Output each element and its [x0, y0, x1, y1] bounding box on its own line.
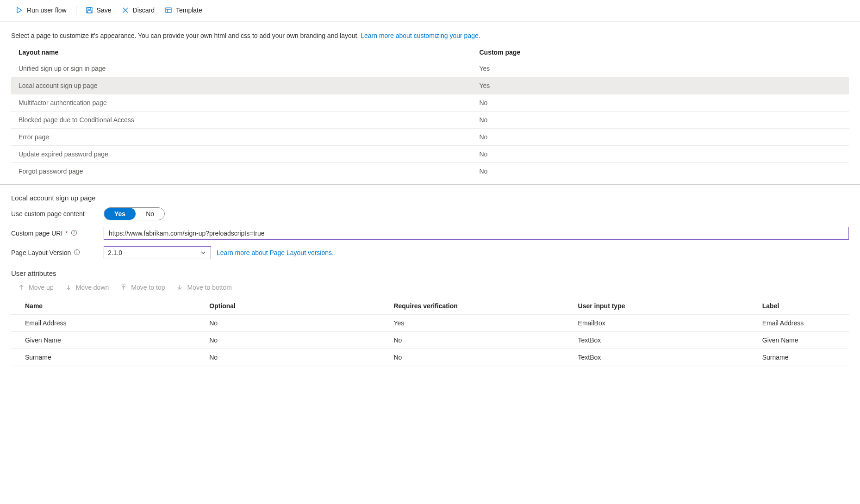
layout-name-cell: Blocked page due to Conditional Access [11, 112, 472, 129]
page-description: Select a page to customize it's appearan… [0, 22, 860, 45]
layout-name-cell: Forgot password page [11, 163, 472, 180]
use-custom-row: Use custom page content Yes No [11, 207, 849, 220]
attr-verify-cell: No [380, 349, 564, 366]
discard-label: Discard [133, 6, 155, 14]
run-label: Run user flow [27, 6, 67, 14]
info-icon[interactable] [71, 230, 78, 237]
run-user-flow-button[interactable]: Run user flow [11, 4, 71, 17]
toggle-no[interactable]: No [136, 208, 164, 220]
layout-custom-cell: No [472, 163, 849, 180]
attr-optional-cell: No [195, 349, 380, 366]
custom-uri-label: Custom page URI * [11, 230, 98, 237]
attribute-row[interactable]: Email AddressNoYesEmailBoxEmail Address [11, 315, 849, 332]
required-asterisk: * [65, 230, 68, 237]
custom-uri-input[interactable] [104, 227, 849, 240]
layout-custom-cell: No [472, 146, 849, 163]
layout-row[interactable]: Local account sign up pageYes [11, 77, 849, 94]
svg-rect-3 [87, 11, 91, 13]
col-attr-optional: Optional [195, 298, 380, 315]
detail-title: Local account sign up page [11, 194, 849, 202]
attr-name-cell: Email Address [11, 315, 195, 332]
layout-custom-cell: No [472, 129, 849, 146]
layout-custom-cell: No [472, 94, 849, 112]
template-button[interactable]: Template [160, 4, 207, 17]
move-down-label: Move down [76, 284, 109, 291]
use-custom-toggle[interactable]: Yes No [104, 207, 165, 220]
info-icon[interactable] [74, 249, 81, 256]
attr-optional-cell: No [195, 315, 380, 332]
layout-name-cell: Error page [11, 129, 472, 146]
arrow-down-icon [65, 284, 72, 291]
move-toolbar: Move up Move down Move to top Move to bo… [11, 281, 849, 294]
attr-label-cell: Given Name [748, 332, 849, 349]
move-to-bottom-button[interactable]: Move to bottom [171, 281, 237, 294]
svg-point-11 [74, 231, 74, 232]
attr-name-cell: Given Name [11, 332, 195, 349]
layout-row[interactable]: Forgot password pageNo [11, 163, 849, 180]
svg-point-14 [77, 251, 77, 251]
move-up-button[interactable]: Move up [13, 281, 58, 294]
attribute-row[interactable]: SurnameNoNoTextBoxSurname [11, 349, 849, 366]
layout-custom-cell: No [472, 112, 849, 129]
description-text: Select a page to customize it's appearan… [11, 32, 361, 39]
arrow-top-icon [120, 284, 127, 291]
move-to-top-button[interactable]: Move to top [115, 281, 169, 294]
attr-verify-cell: No [380, 332, 564, 349]
discard-icon [122, 6, 129, 14]
layout-name-cell: Unified sign up or sign in page [11, 60, 472, 77]
chevron-down-icon [199, 249, 207, 256]
move-up-label: Move up [29, 284, 54, 291]
layouts-table: Layout name Custom page Unified sign up … [11, 45, 849, 180]
layout-row[interactable]: Error pageNo [11, 129, 849, 146]
attr-input-cell: TextBox [564, 332, 748, 349]
attr-label-cell: Email Address [748, 315, 849, 332]
use-custom-label: Use custom page content [11, 210, 98, 218]
col-attr-name: Name [11, 298, 195, 315]
save-icon [86, 6, 93, 14]
uri-label-text: Custom page URI [11, 230, 62, 237]
toggle-yes[interactable]: Yes [104, 208, 136, 220]
discard-button[interactable]: Discard [117, 4, 159, 17]
version-label-text: Page Layout Version [11, 249, 71, 256]
version-row: Page Layout Version 2.1.0 Learn more abo… [11, 246, 849, 259]
attr-label-cell: Surname [748, 349, 849, 366]
layout-name-cell: Local account sign up page [11, 77, 472, 94]
layout-row[interactable]: Blocked page due to Conditional AccessNo [11, 112, 849, 129]
layout-name-cell: Multifactor authentication page [11, 94, 472, 112]
version-label: Page Layout Version [11, 249, 98, 256]
svg-rect-2 [88, 7, 91, 9]
layout-name-cell: Update expired password page [11, 146, 472, 163]
save-label: Save [97, 6, 112, 14]
layout-row[interactable]: Update expired password pageNo [11, 146, 849, 163]
col-custom-page: Custom page [472, 45, 849, 60]
layout-custom-cell: Yes [472, 60, 849, 77]
command-bar: Run user flow Save Discard Template [0, 0, 860, 22]
layout-row[interactable]: Multifactor authentication pageNo [11, 94, 849, 112]
arrow-up-icon [18, 284, 25, 291]
svg-rect-6 [166, 8, 171, 12]
user-attributes-title: User attributes [11, 269, 849, 277]
arrow-bottom-icon [176, 284, 183, 291]
version-learn-more-link[interactable]: Learn more about Page Layout versions. [217, 249, 334, 256]
move-down-button[interactable]: Move down [60, 281, 114, 294]
separator [76, 6, 76, 15]
move-bottom-label: Move to bottom [187, 284, 232, 291]
col-attr-verify: Requires verification [380, 298, 564, 315]
attr-verify-cell: Yes [380, 315, 564, 332]
col-attr-label: Label [748, 298, 849, 315]
version-value: 2.1.0 [108, 249, 122, 256]
move-top-label: Move to top [131, 284, 165, 291]
col-attr-input: User input type [564, 298, 748, 315]
template-label: Template [176, 6, 202, 14]
layout-row[interactable]: Unified sign up or sign in pageYes [11, 60, 849, 77]
custom-uri-row: Custom page URI * [11, 227, 849, 240]
attr-optional-cell: No [195, 332, 380, 349]
template-icon [165, 6, 172, 14]
layout-detail-panel: Local account sign up page Use custom pa… [0, 184, 860, 377]
play-icon [16, 6, 23, 14]
version-select[interactable]: 2.1.0 [104, 246, 211, 259]
attribute-row[interactable]: Given NameNoNoTextBoxGiven Name [11, 332, 849, 349]
col-layout-name: Layout name [11, 45, 472, 60]
learn-more-link[interactable]: Learn more about customizing your page. [361, 32, 480, 39]
save-button[interactable]: Save [81, 4, 116, 17]
